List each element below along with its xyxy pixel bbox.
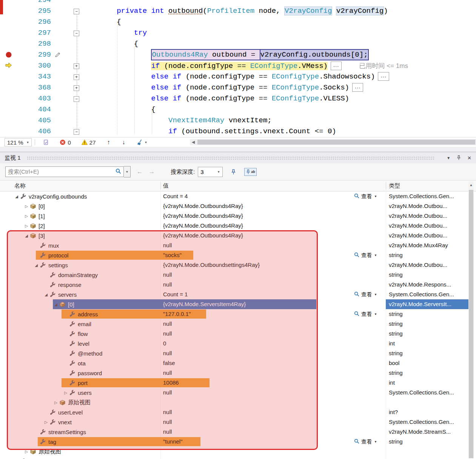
code-line[interactable]: 300+ if (node.configType == EConfigType.…	[0, 60, 476, 71]
pin-property-icon[interactable]	[230, 168, 237, 176]
column-type[interactable]: 类型	[389, 180, 400, 191]
next-issue-button[interactable]: ↓	[122, 139, 125, 146]
fold-toggle[interactable]: −	[74, 96, 79, 102]
expand-icon[interactable]: ▷	[42, 420, 50, 424]
watch-row[interactable]: flownullstring	[0, 329, 476, 339]
code-line[interactable]: 405 VnextItem4Ray vnextItem;	[0, 115, 476, 126]
watch-row[interactable]: responsenullv2rayN.Mode.Respons...	[0, 280, 476, 290]
fold-toggle[interactable]: +	[74, 85, 79, 91]
row-value[interactable]: {v2rayN.Mode.Outboundsettings4Ray}	[163, 260, 352, 270]
watch-row[interactable]: ◢v2rayConfig.outboundsCount = 4查看▼System…	[0, 191, 476, 201]
scroll-left-icon[interactable]: ◀	[190, 140, 197, 145]
watch-row[interactable]: ◢settings{v2rayN.Mode.Outboundsettings4R…	[0, 260, 476, 270]
code-lines[interactable]: 294295− private int outbound(ProfileItem…	[0, 0, 476, 137]
vertical-scrollbar[interactable]: ▲	[468, 182, 474, 458]
expand-icon[interactable]: ▷	[62, 391, 69, 395]
row-value[interactable]: null	[163, 427, 352, 437]
code-text[interactable]: if (node.configType == EConfigType.VMess…	[82, 60, 476, 71]
watch-row[interactable]: ▷[0]{v2rayN.Mode.Outbounds4Ray}v2rayN.Mo…	[0, 201, 476, 211]
breakpoint-gutter[interactable]	[0, 28, 17, 39]
watch-row[interactable]: ▷[1]{v2rayN.Mode.Outbounds4Ray}v2rayN.Mo…	[0, 211, 476, 221]
breakpoint-gutter[interactable]	[0, 93, 17, 104]
code-text[interactable]: private int outbound(ProfileItem node, V…	[82, 6, 476, 17]
code-line[interactable]: 296 {	[0, 17, 476, 28]
watch-row[interactable]: level0int	[0, 339, 476, 348]
code-text[interactable]	[82, 0, 476, 6]
row-value[interactable]: {v2rayN.Mode.Outbounds4Ray}	[163, 211, 352, 221]
fold-toggle[interactable]: −	[74, 9, 79, 14]
code-text[interactable]: if (outbound.settings.vnext.Count <= 0)	[82, 126, 476, 137]
close-icon[interactable]: ✕	[467, 155, 471, 161]
row-value[interactable]: {v2rayN.Mode.Outbounds4Ray}	[163, 231, 352, 240]
expand-icon[interactable]: ▷	[23, 204, 30, 208]
row-value[interactable]	[163, 456, 352, 459]
window-position-icon[interactable]: ▼	[447, 156, 450, 160]
view-button[interactable]: 查看▼	[354, 191, 377, 201]
scroll-up-icon[interactable]: ▲	[468, 182, 474, 188]
code-text[interactable]: {	[82, 104, 476, 115]
health-indicator-icon[interactable]	[43, 140, 49, 145]
error-count[interactable]: 0	[60, 139, 71, 146]
column-divider[interactable]	[160, 182, 161, 190]
code-line[interactable]: 343+ else if (node.configType == EConfig…	[0, 71, 476, 82]
row-value[interactable]: null	[163, 329, 352, 339]
code-text[interactable]: else if (node.configType == EConfigType.…	[82, 93, 476, 104]
breakpoint-gutter[interactable]	[0, 126, 17, 137]
code-line[interactable]: 406− if (outbound.settings.vnext.Count <…	[0, 126, 476, 137]
breakpoint-gutter[interactable]	[0, 17, 17, 28]
watch-row[interactable]: ◢serversCount = 1查看▼System.Collections.G…	[0, 290, 476, 299]
expand-icon[interactable]: ▷	[52, 400, 60, 405]
depth-select[interactable]: 3 ▼	[198, 167, 223, 177]
breakpoint-gutter[interactable]	[0, 115, 17, 126]
breakpoint-gutter[interactable]	[0, 104, 17, 115]
collapse-icon[interactable]: ◢	[32, 263, 40, 267]
code-text[interactable]: {	[82, 39, 476, 49]
scrollbar-thumb[interactable]	[197, 140, 475, 145]
collapsed-region-box[interactable]: ...	[352, 83, 364, 92]
row-value[interactable]: {v2rayN.Mode.ServersItem4Ray}	[163, 299, 352, 309]
row-value[interactable]: null	[163, 270, 352, 280]
column-divider[interactable]	[386, 182, 386, 190]
watch-row[interactable]: ▷原始视图	[0, 447, 476, 456]
warning-count[interactable]: 27	[82, 139, 96, 146]
collapse-icon[interactable]: ◢	[13, 194, 20, 199]
code-line[interactable]: 294	[0, 0, 476, 6]
row-value[interactable]: {v2rayN.Mode.Outbounds4Ray}	[163, 221, 352, 231]
watch-row[interactable]: ▷[2]{v2rayN.Mode.Outbounds4Ray}v2rayN.Mo…	[0, 221, 476, 231]
watch-titlebar[interactable]: 监视 1 ▼ ✕	[0, 152, 476, 163]
row-value[interactable]: "127.0.0.1"	[163, 309, 352, 319]
column-value[interactable]: 值	[163, 180, 169, 191]
prev-issue-button[interactable]: ↑	[107, 139, 110, 146]
breakpoint-gutter[interactable]	[0, 39, 17, 49]
horizontal-scrollbar[interactable]: ◀	[190, 139, 476, 145]
collapsed-region-box[interactable]: ...	[378, 72, 389, 81]
search-input[interactable]: 搜索(Ctrl+E)	[5, 166, 124, 177]
watch-row[interactable]: @methodnullstring	[0, 348, 476, 358]
watch-row[interactable]: emailnullstring	[0, 319, 476, 329]
code-text[interactable]: else if (node.configType == EConfigType.…	[82, 82, 476, 93]
breakpoint-gutter[interactable]	[0, 49, 17, 60]
column-name[interactable]: 名称	[14, 180, 26, 191]
search-dropdown-icon[interactable]: ▼	[124, 166, 131, 177]
row-value[interactable]: "tunnel"	[163, 437, 352, 447]
view-button[interactable]: 查看▼	[354, 290, 377, 299]
row-value[interactable]: null	[163, 319, 352, 329]
collapse-icon[interactable]: ◢	[42, 293, 50, 297]
forward-arrow-icon[interactable]: →	[149, 168, 155, 175]
perf-tip[interactable]: 已用时间 <= 1ms	[359, 62, 408, 69]
breakpoint-gutter[interactable]	[0, 71, 17, 82]
row-value[interactable]: null	[163, 368, 352, 378]
row-value[interactable]: null	[163, 240, 352, 250]
code-line[interactable]: 295− private int outbound(ProfileItem no…	[0, 6, 476, 17]
breakpoint-gutter[interactable]	[0, 82, 17, 93]
watch-row[interactable]: ▷usersnullSystem.Collections.Gen...	[0, 388, 476, 397]
row-value[interactable]: null	[163, 417, 352, 427]
fold-toggle[interactable]: +	[74, 74, 79, 80]
code-text[interactable]: try	[82, 28, 476, 39]
pin-members-icon[interactable]: ab	[244, 168, 257, 176]
view-button[interactable]: 查看▼	[354, 437, 377, 447]
watch-row[interactable]: userLevelnullint?	[0, 407, 476, 417]
current-statement-gutter[interactable]	[0, 60, 17, 71]
drag-handle[interactable]	[27, 156, 435, 160]
zoom-select[interactable]: 121 % ▼	[5, 138, 32, 146]
